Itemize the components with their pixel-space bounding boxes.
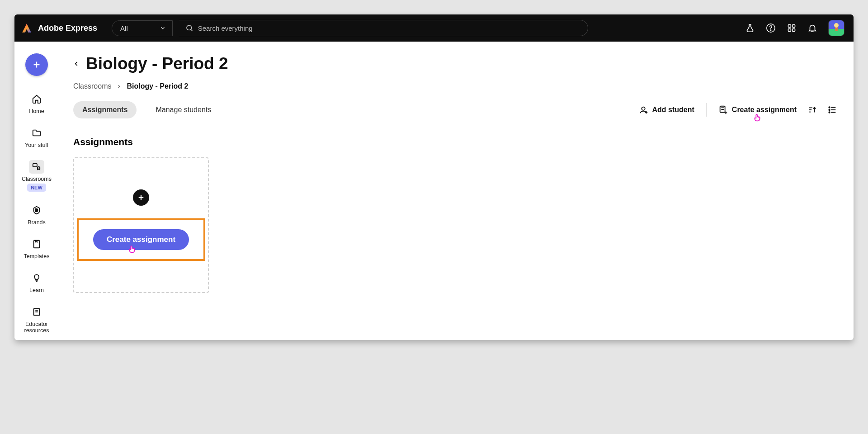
sidebar-item-label: Brands bbox=[28, 219, 46, 226]
sort-icon bbox=[807, 105, 817, 115]
brand[interactable]: Adobe Express bbox=[21, 22, 97, 34]
tabs-row: Assignments Manage students Add student bbox=[73, 101, 839, 118]
tabs-actions: Add student Create assignment bbox=[636, 102, 840, 118]
round-plus-icon bbox=[133, 189, 149, 206]
search-filter-dropdown[interactable]: All bbox=[112, 20, 173, 36]
svg-rect-6 bbox=[788, 29, 791, 32]
svg-rect-10 bbox=[33, 164, 37, 167]
app-window: Adobe Express All bbox=[14, 14, 854, 340]
svg-rect-4 bbox=[788, 25, 791, 28]
search-icon bbox=[185, 24, 193, 32]
topbar: Adobe Express All bbox=[14, 14, 854, 42]
svg-point-3 bbox=[770, 30, 771, 30]
sidebar-item-home[interactable]: Home bbox=[16, 90, 57, 117]
lightbulb-icon bbox=[29, 271, 44, 285]
svg-point-32 bbox=[829, 112, 830, 113]
sidebar-item-label: Home bbox=[29, 108, 44, 114]
sidebar-item-brands[interactable]: B Brands bbox=[16, 201, 57, 228]
tab-assignments[interactable]: Assignments bbox=[73, 101, 137, 118]
bell-icon[interactable] bbox=[807, 23, 817, 33]
templates-icon bbox=[29, 237, 44, 251]
svg-line-1 bbox=[191, 29, 193, 31]
svg-point-0 bbox=[187, 25, 192, 30]
classrooms-icon bbox=[29, 160, 44, 174]
brands-icon: B bbox=[29, 203, 44, 217]
content: Home Your stuff Classrooms NEW B Bran bbox=[14, 42, 854, 340]
plus-icon bbox=[32, 60, 42, 70]
sidebar-item-learn[interactable]: Learn bbox=[16, 269, 57, 296]
home-icon bbox=[29, 92, 44, 106]
search-input[interactable] bbox=[198, 24, 581, 32]
list-icon bbox=[827, 105, 837, 115]
sidebar-item-label: Templates bbox=[24, 253, 50, 259]
beaker-icon[interactable] bbox=[745, 23, 755, 33]
chevron-down-icon bbox=[160, 25, 166, 31]
adobe-express-logo-icon bbox=[21, 22, 33, 34]
page-title-row: Biology - Period 2 bbox=[73, 54, 839, 73]
search-bar[interactable] bbox=[179, 20, 588, 36]
add-student-icon bbox=[639, 105, 649, 115]
breadcrumb-root[interactable]: Classrooms bbox=[73, 82, 111, 90]
action-label: Create assignment bbox=[732, 106, 797, 114]
main: Biology - Period 2 Classrooms Biology - … bbox=[59, 42, 854, 340]
sidebar-item-label: Educator resources bbox=[18, 321, 55, 334]
sort-button[interactable] bbox=[806, 103, 819, 117]
topbar-right bbox=[745, 20, 844, 36]
create-assignment-card-button[interactable]: Create assignment bbox=[93, 229, 189, 250]
divider bbox=[706, 103, 707, 117]
sidebar: Home Your stuff Classrooms NEW B Bran bbox=[14, 42, 59, 340]
back-chevron-icon[interactable] bbox=[73, 59, 80, 69]
chevron-right-icon bbox=[117, 83, 121, 90]
filter-label: All bbox=[120, 24, 128, 32]
svg-point-30 bbox=[829, 109, 830, 110]
sidebar-item-classrooms[interactable]: Classrooms NEW bbox=[16, 157, 57, 194]
sidebar-item-label: Classrooms bbox=[22, 176, 52, 182]
create-assignment-icon bbox=[718, 105, 728, 115]
svg-point-28 bbox=[829, 107, 830, 108]
breadcrumb: Classrooms Biology - Period 2 bbox=[73, 82, 839, 90]
tab-manage-students[interactable]: Manage students bbox=[146, 101, 220, 118]
highlight-box: Create assignment bbox=[77, 218, 205, 261]
add-student-button[interactable]: Add student bbox=[636, 102, 697, 118]
page-title: Biology - Period 2 bbox=[86, 54, 228, 73]
svg-rect-7 bbox=[793, 29, 795, 32]
sidebar-item-label: Learn bbox=[29, 287, 44, 293]
svg-point-16 bbox=[642, 107, 645, 110]
breadcrumb-current: Biology - Period 2 bbox=[127, 82, 188, 90]
avatar[interactable] bbox=[828, 20, 844, 36]
new-assignment-card[interactable]: Create assignment bbox=[73, 157, 209, 293]
add-button[interactable] bbox=[25, 53, 48, 76]
svg-text:B: B bbox=[35, 208, 38, 212]
svg-rect-5 bbox=[793, 25, 795, 28]
card-area: Create assignment bbox=[73, 157, 839, 293]
sidebar-item-your-stuff[interactable]: Your stuff bbox=[16, 123, 57, 151]
help-icon[interactable] bbox=[766, 23, 776, 33]
folder-icon bbox=[29, 126, 44, 140]
create-assignment-button[interactable]: Create assignment bbox=[716, 102, 799, 118]
brand-label: Adobe Express bbox=[38, 24, 97, 33]
new-badge: NEW bbox=[27, 184, 46, 192]
sidebar-item-label: Your stuff bbox=[25, 142, 48, 148]
book-icon bbox=[29, 305, 44, 319]
sidebar-item-templates[interactable]: Templates bbox=[16, 235, 57, 262]
sidebar-item-educator-resources[interactable]: Educator resources bbox=[16, 302, 57, 336]
assignments-section-title: Assignments bbox=[73, 137, 839, 147]
list-view-button[interactable] bbox=[826, 103, 839, 117]
action-label: Add student bbox=[652, 106, 694, 114]
apps-grid-icon[interactable] bbox=[787, 23, 797, 33]
